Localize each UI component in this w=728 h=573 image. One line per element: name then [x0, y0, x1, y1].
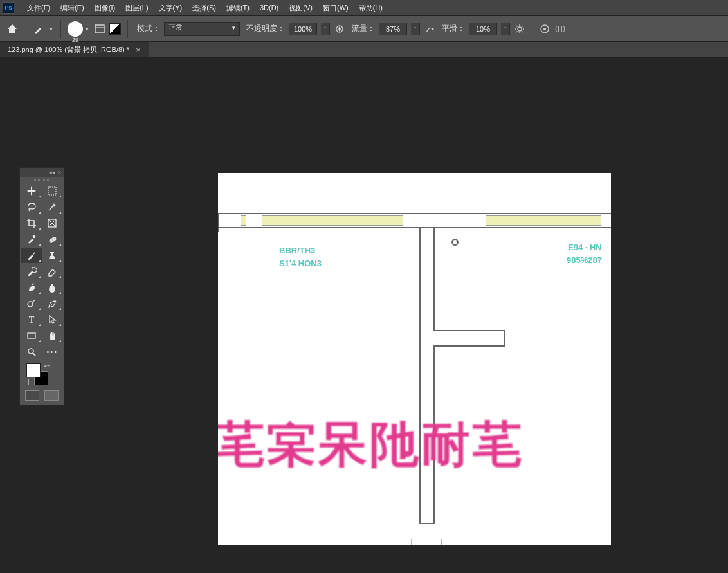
- svg-line-11: [516, 31, 518, 32]
- plan-label: S1'4 HON3: [279, 259, 322, 268]
- svg-point-4: [518, 27, 522, 31]
- svg-rect-27: [50, 252, 54, 253]
- pressure-size-icon[interactable]: [539, 23, 551, 35]
- pressure-opacity-icon[interactable]: [334, 23, 345, 35]
- default-colors-icon[interactable]: [23, 379, 29, 385]
- close-icon[interactable]: ×: [136, 45, 141, 55]
- flow-label: 流量：: [352, 23, 375, 34]
- svg-rect-17: [48, 187, 56, 195]
- brush-preset-picker[interactable]: 29 ▾: [68, 21, 90, 37]
- magic-wand-tool[interactable]: [42, 199, 63, 215]
- opacity-input[interactable]: 100%: [289, 23, 317, 35]
- path-selection-tool[interactable]: [42, 312, 63, 327]
- frame-tool[interactable]: [42, 215, 63, 231]
- foreground-color-swatch[interactable]: [26, 363, 41, 377]
- crop-tool[interactable]: [21, 215, 42, 231]
- svg-rect-0: [95, 25, 104, 33]
- move-tool[interactable]: [21, 183, 42, 199]
- rectangle-tool[interactable]: [21, 328, 42, 343]
- menu-bar: Ps 文件(F) 编辑(E) 图像(I) 图层(L) 文字(Y) 选择(S) 滤…: [0, 0, 728, 16]
- menu-image[interactable]: 图像(I): [89, 1, 120, 15]
- chevron-down-icon[interactable]: ▾: [48, 26, 54, 32]
- svg-rect-31: [28, 333, 35, 338]
- lasso-tool[interactable]: [21, 199, 42, 215]
- menu-edit[interactable]: 编辑(E): [55, 1, 89, 15]
- document-canvas[interactable]: BBR/TH3 S1'4 HON3 E94 · HN 985%287 芼宲呆阤耐…: [218, 173, 611, 545]
- tool-preset-picker-icon[interactable]: [33, 23, 44, 35]
- menu-type[interactable]: 文字(Y): [154, 1, 188, 15]
- type-tool[interactable]: T: [21, 312, 42, 327]
- symmetry-icon[interactable]: [554, 23, 566, 35]
- airbrush-icon[interactable]: [424, 23, 435, 35]
- pen-tool[interactable]: [42, 296, 63, 311]
- smoothing-chevron-icon[interactable]: ˇ: [501, 23, 510, 35]
- plan-label: BBR/TH3: [279, 246, 315, 255]
- panel-grabber[interactable]: [20, 177, 64, 182]
- menu-filter[interactable]: 滤镜(T): [221, 1, 255, 15]
- close-icon[interactable]: ×: [58, 169, 61, 176]
- svg-line-9: [516, 26, 518, 27]
- blend-mode-select[interactable]: 正常 ▾: [164, 22, 240, 36]
- edit-toolbar-button[interactable]: •••: [42, 344, 63, 359]
- gradient-tool[interactable]: [21, 280, 42, 295]
- menu-window[interactable]: 窗口(W): [318, 1, 354, 15]
- menu-select[interactable]: 选择(S): [187, 1, 221, 15]
- menu-3d[interactable]: 3D(D): [255, 1, 284, 14]
- svg-rect-21: [32, 235, 36, 239]
- document-tab-bar: 123.png @ 100% (背景 拷贝, RGB/8) * ×: [0, 42, 728, 58]
- brush-size-label: 29: [72, 37, 78, 43]
- flow-input[interactable]: 87%: [379, 23, 407, 35]
- tools-panel: ◂◂ × T ••• ⤺: [19, 167, 64, 405]
- color-swatch-icon[interactable]: [109, 23, 121, 35]
- brush-settings-panel-icon[interactable]: [94, 23, 105, 35]
- svg-point-28: [28, 302, 33, 307]
- color-swatches[interactable]: ⤺: [23, 362, 61, 388]
- options-bar: ▾ 29 ▾ 模式： 正常 ▾ 不透明度： 100% ˇ 流量： 87% ˇ 平…: [0, 16, 728, 42]
- svg-line-33: [33, 353, 35, 356]
- history-brush-tool[interactable]: [21, 264, 42, 279]
- swap-colors-icon[interactable]: ⤺: [44, 362, 50, 369]
- divider: [60, 20, 61, 38]
- spot-healing-tool[interactable]: [42, 232, 63, 247]
- svg-line-10: [522, 31, 523, 32]
- panel-header[interactable]: ◂◂ ×: [20, 168, 64, 177]
- brush-preview-icon: [68, 21, 83, 37]
- menu-file[interactable]: 文件(F): [22, 1, 55, 15]
- collapse-icon[interactable]: ◂◂: [49, 169, 55, 176]
- mode-label: 模式：: [137, 23, 160, 34]
- divider: [532, 20, 532, 38]
- hand-tool[interactable]: [42, 328, 63, 343]
- menu-view[interactable]: 视图(V): [284, 1, 318, 15]
- menu-help[interactable]: 帮助(H): [354, 1, 388, 15]
- marquee-tool[interactable]: [42, 183, 63, 199]
- chevron-down-icon[interactable]: ▾: [84, 26, 90, 32]
- smoothing-input[interactable]: 10%: [469, 23, 497, 35]
- svg-point-3: [432, 28, 434, 30]
- eyedropper-tool[interactable]: [21, 232, 42, 247]
- watermark-text: 芼宲呆阤耐芼: [218, 412, 524, 478]
- blend-mode-value: 正常: [168, 23, 183, 31]
- svg-line-12: [522, 26, 523, 27]
- gear-icon[interactable]: [514, 23, 525, 35]
- opacity-label: 不透明度：: [246, 23, 285, 34]
- svg-point-29: [51, 304, 52, 305]
- flow-chevron-icon[interactable]: ˇ: [411, 23, 420, 35]
- document-tab[interactable]: 123.png @ 100% (背景 拷贝, RGB/8) * ×: [0, 42, 149, 57]
- blur-tool[interactable]: [42, 280, 63, 295]
- svg-point-24: [52, 239, 53, 241]
- brush-tool[interactable]: [21, 248, 42, 263]
- clone-stamp-tool[interactable]: [42, 248, 63, 263]
- standard-mode-button[interactable]: [25, 390, 39, 401]
- svg-point-32: [28, 349, 33, 354]
- eraser-tool[interactable]: [42, 264, 63, 279]
- opacity-chevron-icon[interactable]: ˇ: [321, 23, 330, 35]
- zoom-tool[interactable]: [21, 344, 42, 359]
- plan-label: E94 · HN: [568, 242, 602, 252]
- quickmask-mode-button[interactable]: [44, 390, 59, 401]
- dodge-tool[interactable]: [21, 296, 42, 311]
- svg-point-23: [50, 241, 51, 242]
- divider: [127, 20, 128, 38]
- app-logo-icon: Ps: [3, 2, 14, 14]
- home-icon[interactable]: [5, 22, 19, 36]
- menu-layer[interactable]: 图层(L): [120, 1, 153, 15]
